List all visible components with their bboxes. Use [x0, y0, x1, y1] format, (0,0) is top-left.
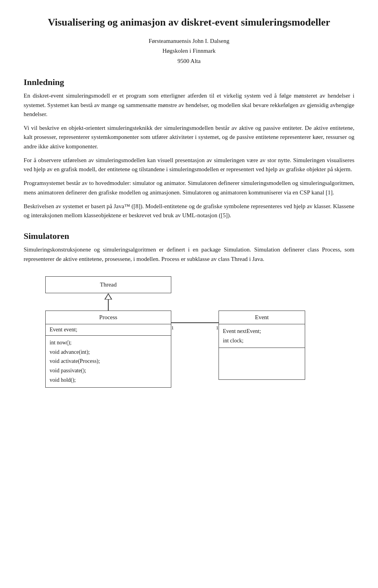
connector-labels: 1 1	[171, 325, 219, 331]
event-attrs: Event nextEvent; int clock;	[219, 324, 305, 348]
thread-box: Thread	[45, 276, 171, 293]
innledning-paragraph-1: En diskret-event simuleringsmodell er et…	[24, 91, 354, 119]
author-block: Førsteamanuensis John I. Dalseng Høgskol…	[24, 36, 354, 67]
method-5: void hold();	[50, 375, 167, 385]
connector-line	[171, 322, 219, 323]
author-name: Førsteamanuensis John I. Dalseng	[24, 36, 354, 46]
method-2: void advance(int);	[50, 348, 167, 357]
institution: Høgskolen i Finnmark	[24, 46, 354, 56]
event-empty-area	[219, 348, 305, 379]
method-3: void activate(Process);	[50, 357, 167, 366]
innledning-heading: Innledning	[24, 77, 354, 87]
event-attr-2: int clock;	[223, 336, 301, 346]
connector: 1 1	[171, 311, 219, 331]
uml-diagram: Thread Process Event event; int now(); v…	[24, 276, 354, 388]
event-header: Event	[219, 311, 305, 324]
process-methods: int now(); void advance(int); void activ…	[46, 336, 171, 387]
simulatoren-paragraph-1: Simuleringskonstruksjonene og simulering…	[24, 245, 354, 264]
simulatoren-heading: Simulatoren	[24, 231, 354, 241]
arrow-head	[104, 293, 112, 300]
method-4: void passivate();	[50, 366, 167, 375]
class-row: Process Event event; int now(); void adv…	[45, 311, 354, 388]
connector-label-left: 1	[171, 325, 174, 331]
event-box: Event Event nextEvent; int clock;	[219, 311, 305, 380]
innledning-paragraph-5: Beskrivelsen av systemet er basert på Ja…	[24, 202, 354, 220]
arrow-line	[108, 300, 109, 311]
innledning-paragraph-2: Vi vil beskrive en objekt-orientert simu…	[24, 124, 354, 151]
innledning-paragraph-3: For å observere utførelsen av simulering…	[24, 156, 354, 174]
process-header: Process	[46, 311, 171, 324]
innledning-paragraph-4: Programsystemet består av to hovedmodule…	[24, 179, 354, 197]
connector-label-right: 1	[216, 325, 219, 331]
process-attr: Event event;	[46, 324, 171, 336]
process-box: Process Event event; int now(); void adv…	[45, 311, 171, 388]
address: 9500 Alta	[24, 56, 354, 67]
event-attr-1: Event nextEvent;	[223, 327, 301, 336]
thread-label: Thread	[100, 281, 117, 288]
method-1: int now();	[50, 338, 167, 348]
inheritance-arrow	[45, 293, 171, 311]
page-title: Visualisering og animasjon av diskret-ev…	[24, 16, 354, 29]
